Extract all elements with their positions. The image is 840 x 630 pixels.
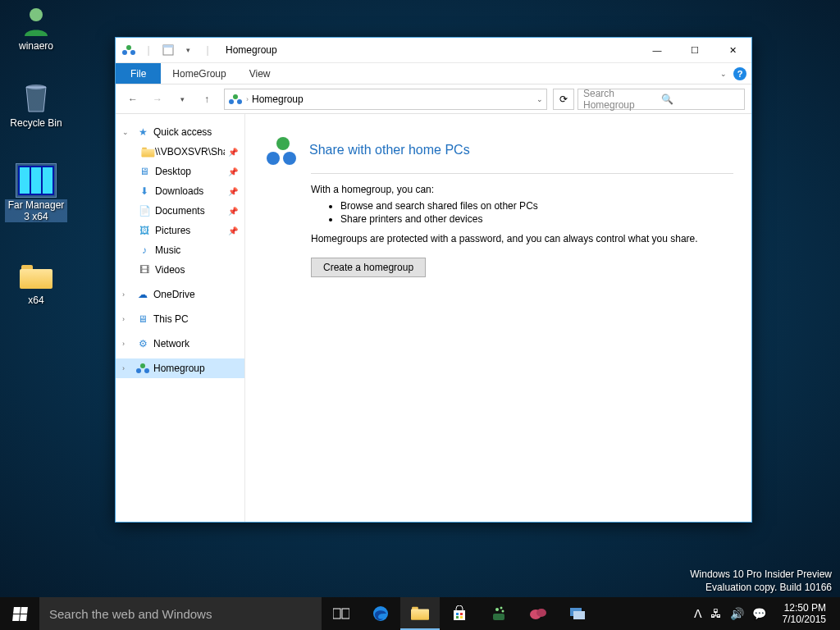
file-explorer-window: | ▾ | Homegroup — ☐ ✕ File HomeGroup Vie… [115, 37, 752, 523]
desktop-icon-label: Far Manager 3 x64 [5, 199, 67, 222]
desktop-icon-winaero[interactable]: winaero [5, 5, 67, 52]
qat-separator: | [199, 42, 216, 58]
address-bar[interactable]: › Homegroup ⌄ [224, 89, 547, 110]
svg-rect-21 [342, 609, 349, 619]
breadcrumb[interactable]: Homegroup [252, 94, 304, 105]
chevron-right-icon: › [122, 315, 132, 323]
pin-icon: 📌 [228, 187, 238, 196]
up-button[interactable]: ↑ [196, 89, 217, 110]
svg-point-18 [276, 137, 290, 150]
videos-icon: 🎞 [137, 262, 152, 277]
tray-notifications-icon[interactable]: 💬 [752, 607, 766, 620]
taskbar-clock[interactable]: 12:50 PM 7/10/2015 [774, 602, 834, 625]
maximize-button[interactable]: ☐ [676, 38, 714, 62]
minimize-button[interactable]: — [638, 38, 676, 62]
sidebar-quick-access[interactable]: ⌄ ★ Quick access [116, 122, 244, 142]
search-icon: 🔍 [661, 94, 739, 105]
sidebar-item-label: This PC [153, 313, 189, 325]
chevron-right-icon: › [246, 95, 249, 103]
svg-point-1 [26, 84, 46, 89]
taskbar-search-input[interactable]: Search the web and Windows [39, 597, 322, 630]
sidebar-item-label: \\VBOXSVR\Shared [155, 146, 225, 158]
windows-watermark: Windows 10 Pro Insider Preview Evaluatio… [690, 568, 832, 594]
recycle-bin-icon [16, 82, 56, 115]
help-button[interactable]: ? [733, 67, 746, 80]
homegroup-icon [135, 361, 150, 376]
address-dropdown[interactable]: ⌄ [536, 95, 543, 103]
sidebar-homegroup[interactable]: ›Homegroup [116, 358, 244, 378]
task-view-button[interactable] [322, 597, 361, 630]
content-title: Share with other home PCs [309, 143, 470, 158]
svg-rect-5 [43, 167, 52, 194]
qat-dropdown[interactable]: ▾ [180, 42, 196, 58]
sidebar-this-pc[interactable]: ›🖥This PC [116, 309, 244, 329]
sidebar-item-pictures[interactable]: 🖼Pictures📌 [116, 221, 244, 240]
documents-icon: 📄 [137, 203, 152, 218]
sidebar-network[interactable]: ›⚙Network [116, 334, 244, 354]
forward-button[interactable]: → [147, 89, 168, 110]
chevron-right-icon: › [122, 290, 132, 299]
taskbar-file-explorer[interactable] [400, 597, 440, 630]
create-homegroup-button[interactable]: Create a homegroup [311, 258, 426, 277]
svg-rect-24 [460, 613, 463, 615]
tab-file[interactable]: File [116, 63, 161, 84]
chevron-right-icon: › [122, 340, 132, 348]
taskbar-app2[interactable] [518, 597, 558, 630]
windows-logo-icon [12, 607, 28, 621]
tray-network-icon[interactable]: 🖧 [710, 607, 722, 620]
tray-overflow-button[interactable]: ᐱ [694, 607, 702, 620]
content-pane: Share with other home PCs With a homegro… [245, 114, 751, 522]
sidebar-item-videos[interactable]: 🎞Videos [116, 260, 244, 280]
desktop-icon-label: Recycle Bin [5, 117, 67, 129]
sidebar-item-documents[interactable]: 📄Documents📌 [116, 201, 244, 221]
tray-volume-icon[interactable]: 🔊 [730, 607, 744, 620]
taskbar-app1[interactable] [479, 597, 518, 630]
qat-properties-button[interactable] [160, 42, 176, 58]
back-button[interactable]: ← [122, 89, 144, 110]
sidebar-onedrive[interactable]: ›☁OneDrive [116, 285, 244, 304]
sidebar-item-music[interactable]: ♪Music [116, 240, 244, 260]
sidebar-item-label: Pictures [155, 225, 190, 236]
taskbar-edge[interactable] [361, 597, 400, 630]
recent-dropdown[interactable]: ▾ [171, 89, 193, 110]
pin-icon: 📌 [228, 207, 238, 216]
desktop-icon-x64[interactable]: x64 [5, 259, 67, 306]
sidebar-item-desktop[interactable]: 🖥Desktop📌 [116, 162, 244, 181]
pin-icon: 📌 [228, 167, 238, 176]
sidebar-item-share[interactable]: \\VBOXSVR\Shared📌 [116, 142, 244, 162]
svg-point-29 [500, 607, 503, 609]
pin-icon: 📌 [228, 226, 238, 235]
chevron-down-icon: ⌄ [122, 128, 132, 136]
folder-icon [16, 259, 56, 292]
search-placeholder: Search Homegroup [583, 88, 661, 111]
desktop-icon-recycle-bin[interactable]: Recycle Bin [5, 82, 67, 129]
search-input[interactable]: Search Homegroup 🔍 [578, 89, 745, 110]
content-text: With a homegroup, you can: Browse and se… [311, 184, 733, 244]
desktop-icon-label: x64 [5, 294, 67, 306]
sidebar-item-label: Quick access [153, 126, 212, 138]
svg-point-12 [233, 94, 238, 99]
music-icon: ♪ [137, 243, 152, 258]
start-button[interactable] [0, 597, 39, 630]
tab-homegroup[interactable]: HomeGroup [161, 63, 237, 84]
sidebar-item-label: OneDrive [153, 289, 195, 300]
titlebar[interactable]: | ▾ | Homegroup — ☐ ✕ [116, 38, 751, 63]
sidebar-item-label: Documents [155, 205, 205, 217]
svg-rect-3 [20, 167, 30, 194]
sidebar-item-downloads[interactable]: ⬇Downloads📌 [116, 181, 244, 201]
sidebar-item-label: Homegroup [153, 363, 205, 374]
close-button[interactable]: ✕ [714, 38, 751, 62]
desktop-icon-far-manager[interactable]: Far Manager 3 x64 [5, 164, 67, 222]
far-manager-icon [16, 164, 56, 197]
tab-view[interactable]: View [238, 63, 282, 84]
refresh-button[interactable]: ⟳ [553, 89, 574, 110]
chevron-right-icon: › [122, 364, 132, 372]
navigation-pane: ⌄ ★ Quick access \\VBOXSVR\Shared📌 🖥Desk… [116, 114, 245, 522]
taskbar-store[interactable] [440, 597, 479, 630]
taskbar-app3[interactable] [558, 597, 597, 630]
ribbon-expand-icon[interactable]: ⌄ [720, 70, 727, 78]
pictures-icon: 🖼 [137, 223, 152, 238]
sidebar-item-label: Music [155, 244, 180, 256]
desktop-icon-label: winaero [5, 40, 67, 52]
pin-icon: 📌 [228, 148, 238, 157]
